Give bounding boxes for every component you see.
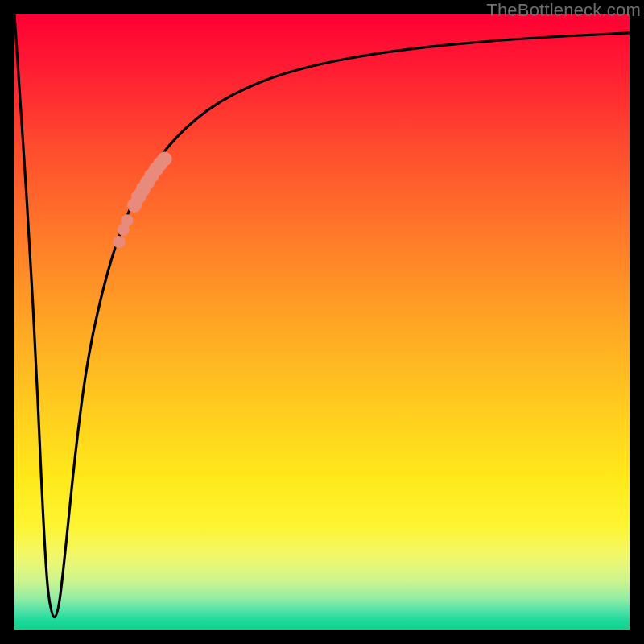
curve-marker <box>157 151 171 166</box>
plot-area <box>14 14 630 630</box>
curve-markers <box>113 151 171 248</box>
watermark-text: TheBottleneck.com <box>486 0 641 21</box>
chart-frame: TheBottleneck.com <box>0 0 644 644</box>
curve-marker <box>121 214 133 226</box>
bottleneck-curve <box>14 14 630 617</box>
curve-svg <box>14 14 630 630</box>
curve-marker <box>113 236 125 248</box>
